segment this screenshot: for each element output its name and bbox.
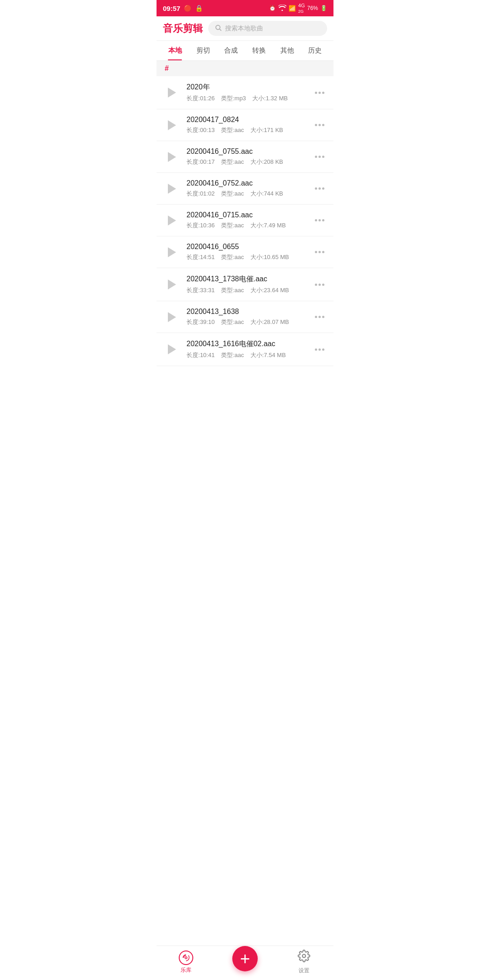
status-icon2: 🔒: [195, 5, 203, 12]
play-button-1[interactable]: [164, 117, 180, 133]
song-meta-1: 长度:00:13 类型:aac 大小:171 KB: [186, 126, 307, 134]
song-duration-7: 长度:39:10: [186, 318, 215, 326]
song-duration-6: 长度:33:31: [186, 286, 215, 294]
alarm-icon: ⏰: [269, 5, 276, 11]
list-item: 20200413_1616电催02.aac 长度:10:41 类型:aac 大小…: [157, 333, 333, 366]
song-size-0: 大小:1.32 MB: [252, 94, 288, 103]
song-meta-4: 长度:10:36 类型:aac 大小:7.49 MB: [186, 221, 307, 230]
song-type-8: 类型:aac: [221, 351, 244, 359]
more-button-1[interactable]: [313, 122, 326, 128]
more-button-2[interactable]: [313, 154, 326, 160]
play-icon-1: [168, 120, 176, 130]
more-button-8[interactable]: [313, 347, 326, 353]
song-meta-8: 长度:10:41 类型:aac 大小:7.54 MB: [186, 351, 307, 359]
play-button-5[interactable]: [164, 244, 180, 260]
list-item: 20200416_0755.aac 长度:00:17 类型:aac 大小:208…: [157, 141, 333, 173]
play-icon-7: [168, 312, 176, 322]
more-button-0[interactable]: [313, 90, 326, 96]
song-size-6: 大小:23.64 MB: [250, 286, 289, 294]
more-button-4[interactable]: [313, 217, 326, 223]
song-title-0: 2020年: [186, 83, 307, 92]
more-button-3[interactable]: [313, 186, 326, 191]
list-item: 20200413_1638 长度:39:10 类型:aac 大小:28.07 M…: [157, 301, 333, 333]
play-icon-0: [168, 88, 176, 98]
status-icon1: 🔴: [184, 5, 191, 12]
search-placeholder: 搜索本地歌曲: [225, 24, 263, 33]
song-title-8: 20200413_1616电催02.aac: [186, 339, 307, 349]
status-bar: 09:57 🔴 🔒 ⏰ 📶 4G2G 76% 🔋: [157, 0, 333, 16]
song-size-5: 大小:10.65 MB: [250, 253, 289, 261]
list-item: 20200413_1738电催.aac 长度:33:31 类型:aac 大小:2…: [157, 268, 333, 301]
tab-merge[interactable]: 合成: [217, 41, 245, 60]
list-item: 20200416_0655 长度:14:51 类型:aac 大小:10.65 M…: [157, 236, 333, 268]
play-button-2[interactable]: [164, 149, 180, 165]
song-meta-2: 长度:00:17 类型:aac 大小:208 KB: [186, 158, 307, 166]
content-area: # 2020年 长度:01:26 类型:mp3 大小:1.32 MB: [157, 61, 333, 402]
search-icon: [215, 24, 222, 33]
song-size-1: 大小:171 KB: [250, 126, 283, 134]
song-type-6: 类型:aac: [221, 286, 244, 294]
song-type-5: 类型:aac: [221, 253, 244, 261]
song-info-6: 20200413_1738电催.aac 长度:33:31 类型:aac 大小:2…: [186, 274, 307, 294]
play-button-0[interactable]: [164, 84, 180, 101]
song-info-0: 2020年 长度:01:26 类型:mp3 大小:1.32 MB: [186, 83, 307, 103]
play-icon-6: [168, 279, 176, 289]
play-button-4[interactable]: [164, 212, 180, 229]
song-type-7: 类型:aac: [221, 318, 244, 326]
song-duration-4: 长度:10:36: [186, 221, 215, 230]
play-icon-2: [168, 152, 176, 162]
song-size-3: 大小:744 KB: [250, 190, 283, 198]
song-size-2: 大小:208 KB: [250, 158, 283, 166]
song-duration-0: 长度:01:26: [186, 94, 215, 103]
song-info-1: 20200417_0824 长度:00:13 类型:aac 大小:171 KB: [186, 116, 307, 134]
song-type-2: 类型:aac: [221, 158, 244, 166]
song-info-5: 20200416_0655 长度:14:51 类型:aac 大小:10.65 M…: [186, 243, 307, 261]
tab-convert[interactable]: 转换: [245, 41, 273, 60]
nav-tabs: 本地 剪切 合成 转换 其他 历史: [157, 41, 333, 61]
song-info-3: 20200416_0752.aac 长度:01:02 类型:aac 大小:744…: [186, 179, 307, 198]
song-size-4: 大小:7.49 MB: [250, 221, 286, 230]
play-icon-4: [168, 216, 176, 225]
song-title-1: 20200417_0824: [186, 116, 307, 124]
song-title-6: 20200413_1738电催.aac: [186, 274, 307, 284]
play-button-7[interactable]: [164, 309, 180, 325]
tab-history[interactable]: 历史: [301, 41, 329, 60]
more-button-6[interactable]: [313, 282, 326, 288]
song-duration-8: 长度:10:41: [186, 351, 215, 359]
status-left: 09:57 🔴 🔒: [163, 5, 203, 12]
list-item: 20200417_0824 长度:00:13 类型:aac 大小:171 KB: [157, 109, 333, 141]
song-size-7: 大小:28.07 MB: [250, 318, 289, 326]
list-item: 2020年 长度:01:26 类型:mp3 大小:1.32 MB: [157, 76, 333, 109]
battery-level: 76%: [307, 5, 318, 11]
play-button-8[interactable]: [164, 341, 180, 358]
play-button-3[interactable]: [164, 181, 180, 197]
tab-cut[interactable]: 剪切: [189, 41, 217, 60]
svg-line-1: [220, 29, 221, 31]
tab-other[interactable]: 其他: [273, 41, 301, 60]
song-meta-3: 长度:01:02 类型:aac 大小:744 KB: [186, 190, 307, 198]
song-title-5: 20200416_0655: [186, 243, 307, 251]
more-button-7[interactable]: [313, 314, 326, 320]
song-meta-0: 长度:01:26 类型:mp3 大小:1.32 MB: [186, 94, 307, 103]
song-type-1: 类型:aac: [221, 126, 244, 134]
song-duration-2: 长度:00:17: [186, 158, 215, 166]
song-title-2: 20200416_0755.aac: [186, 147, 307, 156]
song-meta-7: 长度:39:10 类型:aac 大小:28.07 MB: [186, 318, 307, 326]
song-info-8: 20200413_1616电催02.aac 长度:10:41 类型:aac 大小…: [186, 339, 307, 359]
list-item: 20200416_0715.aac 长度:10:36 类型:aac 大小:7.4…: [157, 205, 333, 236]
play-button-6[interactable]: [164, 276, 180, 293]
song-title-7: 20200413_1638: [186, 308, 307, 316]
song-list: 2020年 长度:01:26 类型:mp3 大小:1.32 MB 2020041…: [157, 76, 333, 366]
song-meta-6: 长度:33:31 类型:aac 大小:23.64 MB: [186, 286, 307, 294]
play-icon-3: [168, 184, 176, 194]
song-type-3: 类型:aac: [221, 190, 244, 198]
song-info-7: 20200413_1638 长度:39:10 类型:aac 大小:28.07 M…: [186, 308, 307, 326]
search-bar[interactable]: 搜索本地歌曲: [208, 21, 327, 36]
status-time: 09:57: [163, 5, 180, 12]
app-title: 音乐剪辑: [163, 22, 203, 35]
tab-local[interactable]: 本地: [161, 41, 189, 60]
app-header: 音乐剪辑 搜索本地歌曲: [157, 16, 333, 41]
network-type: 4G2G: [298, 3, 305, 14]
song-duration-1: 长度:00:13: [186, 126, 215, 134]
more-button-5[interactable]: [313, 249, 326, 255]
